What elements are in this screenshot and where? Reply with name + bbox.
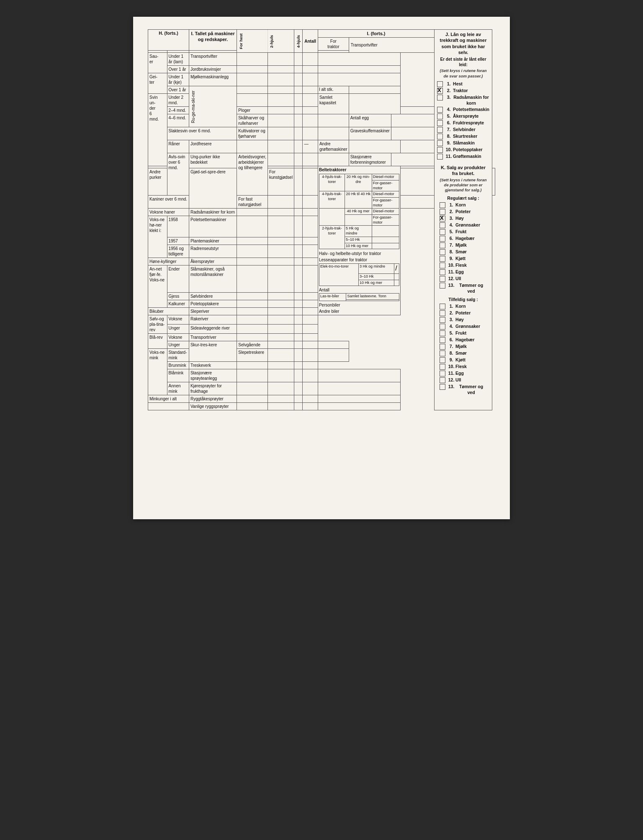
k-reg-checkbox-8[interactable]	[440, 249, 445, 255]
k-occ-checkbox-4[interactable]	[440, 324, 445, 330]
tr-hest	[237, 334, 268, 341]
j-item-7: 7. Selvbinder	[437, 127, 489, 133]
k-occ-checkbox-13[interactable]	[440, 384, 445, 390]
j-checkbox-3[interactable]	[437, 95, 443, 100]
k-occ-checkbox-12[interactable]	[440, 377, 445, 383]
kalkuner-label: Kalkuner	[167, 300, 189, 308]
ps-4h	[294, 216, 303, 237]
ru-hest	[237, 86, 268, 94]
ss-4h	[294, 369, 303, 382]
k-occ-checkbox-1[interactable]	[440, 304, 445, 309]
kjorespr-label: Kjøresprøyter for frukthage	[189, 382, 237, 395]
2-hjuls-header: 2-hjuls	[267, 30, 294, 53]
po-4h	[294, 300, 303, 308]
selvgaende-label: Selvgående	[237, 341, 268, 349]
jordbruksvinsjer-label: Jordbruksvinsjer	[189, 66, 237, 73]
k-note: (Sett kryss i rutene foran de produkter …	[440, 178, 487, 193]
k-reg-checkbox-2[interactable]	[440, 209, 445, 215]
ps-2h	[267, 216, 294, 237]
k-occ-checkbox-7[interactable]	[440, 344, 445, 350]
i-forts-content-header: Transportvifter	[349, 38, 434, 53]
jv-antall	[303, 66, 318, 73]
j-checkbox-11[interactable]	[437, 154, 443, 160]
k-reg-checkbox-3[interactable]	[440, 216, 445, 222]
geiter-label: Gei-ter	[148, 73, 167, 94]
j-checkbox-7[interactable]	[437, 127, 443, 133]
j-checkbox-10[interactable]	[437, 147, 443, 153]
pl-2h	[294, 107, 303, 114]
j-item-6: 6. Fruktresprøyte	[437, 120, 489, 126]
k-occ-checkbox-3[interactable]	[440, 317, 445, 323]
sl-2h	[267, 265, 294, 293]
kf-hest	[237, 382, 268, 395]
andre-groftemask: Andre grøftemaskiner	[318, 140, 349, 153]
k-occ-3: 3.Høy	[440, 317, 487, 323]
k-reg-checkbox-13[interactable]	[440, 283, 445, 289]
k-reg-12: 12.Ull	[440, 276, 487, 282]
ender-label: Ender	[167, 265, 189, 293]
j-checkbox-9[interactable]	[437, 140, 443, 146]
sa-2h	[267, 325, 294, 334]
j-checkbox-6[interactable]	[437, 120, 443, 126]
rk-antall	[303, 315, 318, 325]
k-reg-checkbox-9[interactable]	[440, 256, 445, 262]
minkunger-label: Minkunger i alt	[148, 395, 189, 403]
k-reg-checkbox-6[interactable]	[440, 236, 445, 242]
k-occ-checkbox-5[interactable]	[440, 330, 445, 336]
vr-antall	[303, 403, 318, 410]
kaniner-label: Kaniner over 6 mnd.	[148, 195, 189, 208]
avls-andre-label: Andre purker	[148, 168, 167, 196]
svin-sub2: 2–4 mnd.	[167, 107, 189, 114]
k-occ-checkbox-6[interactable]	[440, 337, 445, 343]
sg-hest	[267, 341, 294, 349]
empty-last	[148, 403, 189, 410]
andre-biler-label	[318, 403, 400, 410]
pl-4h	[303, 107, 318, 114]
jf-2h	[267, 140, 294, 153]
rr-hest	[237, 245, 268, 258]
j-checkbox-2[interactable]	[437, 88, 443, 94]
k-reg-checkbox-1[interactable]	[440, 202, 445, 208]
i-extra-row2	[318, 382, 400, 395]
bikuber-label: Bikuber	[148, 308, 189, 315]
sa-4h	[294, 325, 303, 334]
k-occ-checkbox-10[interactable]	[440, 364, 445, 370]
j-checkbox-1[interactable]	[437, 81, 443, 87]
k-occ-checkbox-2[interactable]	[440, 310, 445, 316]
jordfres-label: Jordfresere	[189, 140, 237, 153]
sb-2h	[267, 293, 294, 300]
k-reg-checkbox-7[interactable]	[440, 242, 445, 248]
saue-sub2: Over 1 år	[167, 66, 189, 73]
sleperiver-label: Sleperiver	[189, 308, 237, 315]
sideavlegg-label: Sideavleggende river	[189, 325, 237, 334]
k-occasional-title: Tilfeldig salg :	[440, 297, 487, 303]
k-regular-title: Regulært salg :	[440, 196, 487, 201]
k-reg-checkbox-5[interactable]	[440, 229, 445, 235]
k-occ-checkbox-11[interactable]	[440, 371, 445, 376]
plantem-label: Plantemaskiner	[189, 237, 237, 245]
rt-hest	[237, 395, 268, 403]
jf-4h	[294, 140, 303, 153]
blarev-sub2: Unger	[167, 341, 189, 349]
k-reg-2: 2.Poteter	[440, 209, 487, 215]
4-hjuls-header: 4-hjuls	[294, 30, 303, 53]
st-4h	[303, 349, 318, 362]
k-reg-checkbox-4[interactable]	[440, 222, 445, 228]
samlet-kapasitet: Samlet kapasitet	[318, 94, 349, 114]
k-occ-checkbox-9[interactable]	[440, 357, 445, 363]
solvplat-sub1: Voksne	[167, 315, 189, 325]
avlssvin-sub1: Ung-purker ikke bedekket	[189, 153, 237, 168]
slepetr-label: Slepetreskere	[237, 349, 268, 362]
potetopt-label: Potetopptakere	[189, 300, 237, 308]
svin-label: Svinun-der6mnd.	[148, 94, 167, 166]
k-occ-checkbox-8[interactable]	[440, 350, 445, 356]
voksmink-sub1: Standard-mink	[167, 349, 189, 362]
solvbinder-label: Sølvbindere	[189, 293, 237, 300]
j-checkbox-8[interactable]	[437, 134, 443, 139]
k-reg-checkbox-11[interactable]	[440, 269, 445, 275]
k-reg-checkbox-10[interactable]	[440, 263, 445, 268]
j-checkbox-4[interactable]	[437, 107, 443, 113]
av-antall	[318, 153, 349, 166]
j-checkbox-5[interactable]	[437, 113, 443, 119]
k-reg-checkbox-12[interactable]	[440, 276, 445, 282]
